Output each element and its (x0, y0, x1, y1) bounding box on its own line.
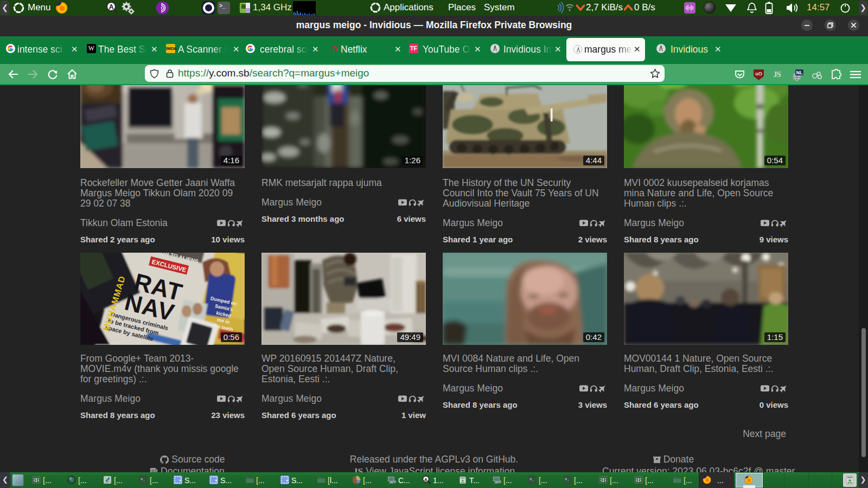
svg-text:>_: >_ (565, 477, 569, 481)
svg-text:>_: >_ (141, 477, 145, 481)
svg-text:A: A (109, 3, 114, 11)
svg-text:>_: >_ (529, 477, 534, 481)
svg-text:NL: NL (796, 70, 803, 75)
svg-text:A: A (424, 477, 427, 482)
